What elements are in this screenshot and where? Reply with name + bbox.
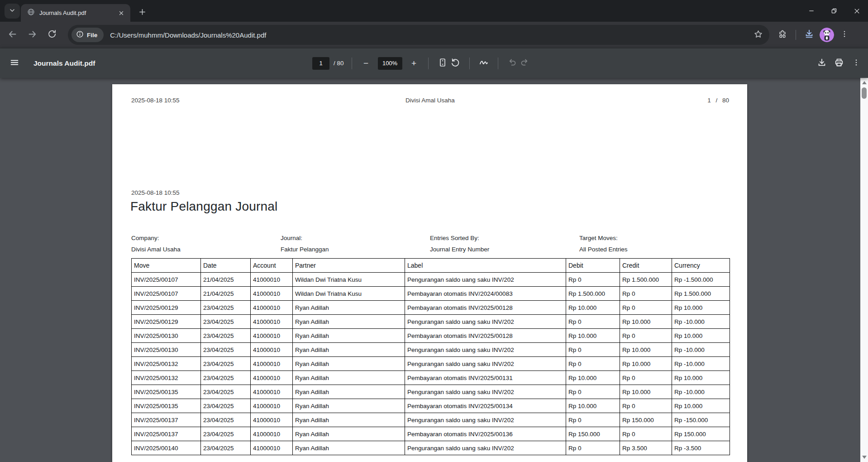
table-cell: Ryan Adillah	[293, 427, 405, 441]
table-cell: Rp 0	[620, 329, 672, 343]
download-icon	[804, 29, 814, 41]
table-cell: 23/04/2025	[201, 357, 251, 371]
table-cell: Rp 0	[566, 273, 620, 287]
table-cell: Rp 10.000	[620, 343, 672, 357]
table-cell: 41000010	[251, 399, 293, 413]
scroll-up-arrow[interactable]	[860, 79, 868, 87]
annotate-button[interactable]	[477, 57, 490, 70]
table-cell: 41000010	[251, 287, 293, 301]
close-window-button[interactable]	[845, 0, 868, 22]
restore-button[interactable]	[823, 0, 845, 22]
active-tab[interactable]: Journals Audit.pdf	[21, 4, 130, 22]
redo-button[interactable]	[519, 57, 531, 70]
rotate-button[interactable]	[449, 57, 462, 70]
globe-favicon-icon	[27, 8, 35, 18]
table-cell: Pengurangan saldo uang saku INV/202	[405, 343, 566, 357]
table-cell: Rp 10.000	[620, 385, 672, 399]
table-cell: Rp 10.000	[672, 301, 730, 315]
table-cell: Rp -150.000	[672, 413, 730, 427]
table-cell: Ryan Adillah	[293, 441, 405, 455]
pdf-scrollbar[interactable]	[860, 78, 868, 462]
tab-strip: Journals Audit.pdf	[0, 0, 868, 22]
zoom-out-button[interactable]: −	[360, 57, 372, 70]
table-cell: Rp 0	[620, 287, 672, 301]
table-cell: 23/04/2025	[201, 441, 251, 455]
plus-icon: +	[411, 59, 416, 67]
tab-search-button[interactable]	[5, 4, 20, 19]
toolbar-separator	[352, 58, 352, 69]
table-cell: INV/2025/00135	[132, 399, 201, 413]
scrollbar-thumb[interactable]	[862, 87, 867, 99]
table-cell: 23/04/2025	[201, 413, 251, 427]
meta-sorted-by: Entries Sorted By: Journal Entry Number	[430, 234, 566, 254]
table-row: INV/2025/0013523/04/202541000010Ryan Adi…	[132, 385, 730, 399]
arrow-right-icon	[28, 29, 37, 41]
table-cell: INV/2025/00130	[132, 329, 201, 343]
browser-menu-button[interactable]	[837, 27, 852, 43]
toolbar-separator	[796, 30, 796, 40]
new-tab-button[interactable]	[136, 6, 148, 19]
navbar-right-actions	[775, 27, 852, 43]
page-total-label: / 80	[334, 60, 344, 67]
table-cell: Rp 0	[620, 301, 672, 315]
zoom-in-button[interactable]: +	[408, 57, 420, 70]
pdf-viewer-toolbar: Journals Audit.pdf / 80 − 100% +	[0, 48, 868, 78]
table-cell: Ryan Adillah	[293, 329, 405, 343]
pdf-menu-button[interactable]	[4, 53, 25, 74]
table-cell: Rp 10.000	[672, 371, 730, 385]
bookmark-star-icon[interactable]	[754, 29, 763, 41]
table-cell: 23/04/2025	[201, 427, 251, 441]
table-cell: 41000010	[251, 413, 293, 427]
downloads-button[interactable]	[801, 27, 817, 43]
column-header: Move	[132, 259, 201, 273]
table-cell: 41000010	[251, 371, 293, 385]
table-cell: 41000010	[251, 427, 293, 441]
page-number-input[interactable]	[312, 57, 329, 70]
table-cell: Rp 0	[566, 343, 620, 357]
table-row: INV/2025/0013723/04/202541000010Ryan Adi…	[132, 427, 730, 441]
meta-target-moves: Target Moves: All Posted Entries	[579, 234, 715, 254]
scroll-down-arrow[interactable]	[860, 453, 868, 461]
table-cell: Rp 0	[566, 315, 620, 329]
toolbar-separator	[498, 58, 498, 69]
table-row: INV/2025/0012923/04/202541000010Ryan Adi…	[132, 301, 730, 315]
puzzle-icon	[778, 29, 787, 40]
extensions-button[interactable]	[775, 27, 790, 43]
table-cell: Ryan Adillah	[293, 371, 405, 385]
print-button[interactable]	[833, 57, 845, 70]
tab-close-icon[interactable]	[117, 9, 126, 18]
table-cell: Rp -10.000	[672, 385, 730, 399]
three-dots-vertical-icon	[852, 58, 860, 68]
rotate-counterclockwise-icon	[450, 58, 460, 69]
table-cell: 41000010	[251, 385, 293, 399]
table-cell: Rp 10.000	[620, 315, 672, 329]
address-bar[interactable]: File C:/Users/muhmm/Downloads/Journals%2…	[68, 25, 769, 45]
chevron-down-icon	[9, 7, 16, 16]
table-cell: 41000010	[251, 273, 293, 287]
pdf-more-options-button[interactable]	[850, 57, 863, 70]
back-button[interactable]	[5, 27, 20, 43]
table-cell: Rp 0	[566, 441, 620, 455]
file-chip-label: File	[87, 32, 97, 38]
file-scheme-chip[interactable]: File	[72, 28, 104, 42]
forward-button[interactable]	[24, 27, 40, 43]
table-cell: Pengurangan saldo uang saku INV/202	[405, 273, 566, 287]
table-cell: Rp 0	[620, 371, 672, 385]
undo-button[interactable]	[506, 57, 519, 70]
profile-avatar[interactable]	[820, 28, 834, 42]
pdf-page-controls: / 80 − 100% +	[312, 48, 531, 78]
url-text[interactable]: C:/Users/muhmm/Downloads/Journals%20Audi…	[110, 31, 754, 39]
table-cell: Ryan Adillah	[293, 399, 405, 413]
table-cell: Ryan Adillah	[293, 315, 405, 329]
toolbar-separator	[428, 58, 429, 69]
table-cell: Pengurangan saldo uang saku INV/202	[405, 357, 566, 371]
zoom-level-value[interactable]: 100%	[378, 57, 402, 70]
minimize-button[interactable]	[800, 0, 823, 22]
fit-to-page-button[interactable]	[436, 57, 449, 70]
journal-entries-table: MoveDateAccountPartnerLabelDebitCreditCu…	[131, 258, 730, 455]
table-cell: 41000010	[251, 441, 293, 455]
table-cell: Pengurangan saldo uang saku INV/202	[405, 385, 566, 399]
pdf-download-button[interactable]	[816, 57, 828, 70]
table-cell: Rp 0	[620, 427, 672, 441]
reload-button[interactable]	[44, 27, 60, 43]
